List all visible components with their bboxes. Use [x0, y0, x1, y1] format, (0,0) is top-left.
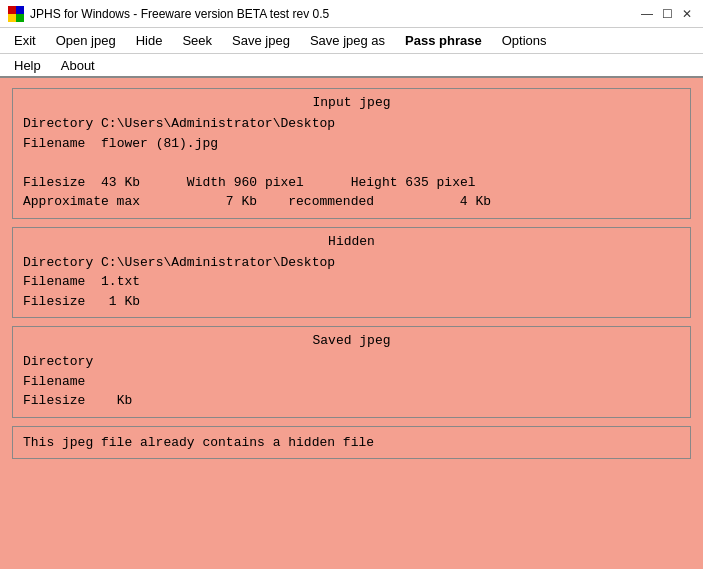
title-bar: JPHS for Windows - Freeware version BETA…	[0, 0, 703, 28]
saved-jpeg-filesize: Filesize Kb	[23, 391, 680, 411]
input-jpeg-title: Input jpeg	[23, 95, 680, 110]
input-jpeg-directory: Directory C:\Users\Administrator\Desktop	[23, 114, 680, 134]
menu-help[interactable]: Help	[4, 56, 51, 75]
input-jpeg-filename: Filename flower (81).jpg	[23, 134, 680, 154]
input-jpeg-size-dims: Filesize 43 Kb Width 960 pixel Height 63…	[23, 173, 680, 193]
status-message: This jpeg file already contains a hidden…	[23, 435, 374, 450]
saved-jpeg-title: Saved jpeg	[23, 333, 680, 348]
menu-about[interactable]: About	[51, 56, 105, 75]
menu-bar-secondary: Help About	[0, 54, 703, 78]
menu-bar-primary: Exit Open jpeg Hide Seek Save jpeg Save …	[0, 28, 703, 54]
hidden-filename: Filename 1.txt	[23, 272, 680, 292]
input-jpeg-empty-line	[23, 153, 680, 173]
hidden-panel: Hidden Directory C:\Users\Administrator\…	[12, 227, 691, 319]
menu-open-jpeg[interactable]: Open jpeg	[46, 31, 126, 50]
svg-rect-3	[16, 14, 24, 22]
hidden-filesize: Filesize 1 Kb	[23, 292, 680, 312]
saved-jpeg-directory: Directory	[23, 352, 680, 372]
menu-options[interactable]: Options	[492, 31, 557, 50]
input-jpeg-panel: Input jpeg Directory C:\Users\Administra…	[12, 88, 691, 219]
app-icon	[8, 6, 24, 22]
title-bar-left: JPHS for Windows - Freeware version BETA…	[8, 6, 329, 22]
saved-jpeg-filename: Filename	[23, 372, 680, 392]
input-jpeg-approx: Approximate max 7 Kb recommended 4 Kb	[23, 192, 680, 212]
menu-hide[interactable]: Hide	[126, 31, 173, 50]
maximize-button[interactable]: ☐	[659, 6, 675, 22]
saved-jpeg-panel: Saved jpeg Directory Filename Filesize K…	[12, 326, 691, 418]
menu-seek[interactable]: Seek	[172, 31, 222, 50]
title-bar-controls: — ☐ ✕	[639, 6, 695, 22]
status-panel: This jpeg file already contains a hidden…	[12, 426, 691, 459]
menu-pass-phrase[interactable]: Pass phrase	[395, 31, 492, 50]
svg-rect-2	[16, 6, 24, 14]
window-title: JPHS for Windows - Freeware version BETA…	[30, 7, 329, 21]
main-content: Input jpeg Directory C:\Users\Administra…	[0, 78, 703, 569]
close-button[interactable]: ✕	[679, 6, 695, 22]
svg-rect-1	[8, 14, 16, 22]
menu-save-jpeg[interactable]: Save jpeg	[222, 31, 300, 50]
minimize-button[interactable]: —	[639, 6, 655, 22]
menu-save-jpeg-as[interactable]: Save jpeg as	[300, 31, 395, 50]
hidden-directory: Directory C:\Users\Administrator\Desktop	[23, 253, 680, 273]
hidden-title: Hidden	[23, 234, 680, 249]
menu-exit[interactable]: Exit	[4, 31, 46, 50]
